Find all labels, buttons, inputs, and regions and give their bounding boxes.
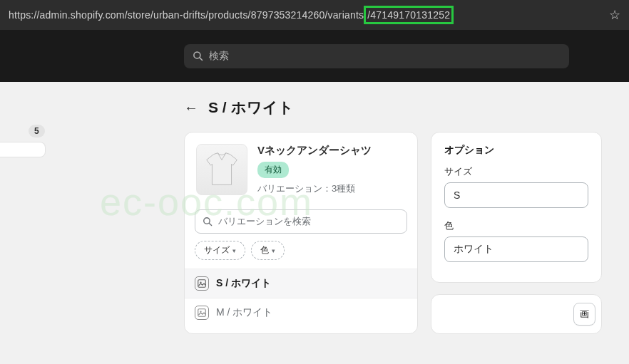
- product-name[interactable]: Vネックアンダーシャツ: [257, 144, 372, 157]
- color-label: 色: [444, 219, 588, 232]
- variation-count: バリエーション：3種類: [257, 182, 372, 195]
- product-info: Vネックアンダーシャツ 有効 バリエーション：3種類: [257, 144, 372, 195]
- back-arrow-icon[interactable]: ←: [184, 100, 198, 116]
- variant-label: S / ホワイト: [216, 277, 271, 290]
- cards-row: Vネックアンダーシャツ 有効 バリエーション：3種類 バリエーションを検索 サイ…: [184, 132, 629, 334]
- chip-label: 色: [260, 244, 269, 256]
- page-header: ← S / ホワイト: [184, 98, 629, 118]
- image-placeholder-icon: [195, 276, 209, 291]
- svg-line-3: [209, 223, 211, 225]
- options-title: オプション: [444, 144, 588, 157]
- image-placeholder-icon: [195, 306, 209, 320]
- svg-line-1: [200, 58, 202, 60]
- size-label: サイズ: [444, 165, 588, 178]
- media-button[interactable]: 画: [573, 303, 595, 326]
- filter-chip-color[interactable]: 色 ▾: [251, 241, 285, 260]
- svg-point-2: [204, 218, 210, 224]
- variant-search-placeholder: バリエーションを検索: [218, 215, 311, 228]
- url-text: https://admin.shopify.com/store/urban-dr…: [9, 9, 454, 21]
- search-icon: [193, 51, 203, 61]
- url-highlighted-id: /47149170131252: [364, 6, 454, 24]
- app-topbar: 検索: [0, 30, 629, 82]
- color-input[interactable]: [444, 236, 588, 262]
- chevron-down-icon: ▾: [232, 247, 236, 254]
- variants-card: Vネックアンダーシャツ 有効 バリエーション：3種類 バリエーションを検索 サイ…: [184, 132, 418, 334]
- product-thumbnail[interactable]: [196, 144, 247, 195]
- search-placeholder: 検索: [209, 50, 229, 63]
- browser-url-bar: https://admin.shopify.com/store/urban-dr…: [0, 0, 629, 30]
- size-input[interactable]: [444, 182, 588, 208]
- media-card: 画: [431, 294, 602, 334]
- url-prefix: https://admin.shopify.com/store/urban-dr…: [9, 9, 364, 21]
- status-badge: 有効: [257, 162, 289, 178]
- sidebar-count-badge: 5: [29, 125, 45, 137]
- variant-label: M / ホワイト: [216, 306, 272, 319]
- variant-row[interactable]: M / ホワイト: [185, 298, 417, 327]
- search-icon: [203, 217, 213, 227]
- filter-chip-size[interactable]: サイズ ▾: [195, 241, 245, 260]
- tshirt-icon: [200, 147, 244, 192]
- variant-row-active[interactable]: S / ホワイト: [185, 269, 417, 298]
- product-header: Vネックアンダーシャツ 有効 バリエーション：3種類: [185, 132, 417, 207]
- chip-label: サイズ: [204, 244, 230, 256]
- filter-chips: サイズ ▾ 色 ▾: [185, 241, 417, 269]
- options-card: オプション サイズ 色: [431, 132, 602, 283]
- left-sidebar: 5: [0, 82, 50, 157]
- right-column: オプション サイズ 色 画: [431, 132, 602, 334]
- bookmark-star-icon[interactable]: ☆: [609, 7, 620, 23]
- main-content: ← S / ホワイト Vネックアンダーシャツ 有効 バリエーション：3種類: [184, 82, 629, 334]
- global-search[interactable]: 検索: [184, 44, 569, 68]
- chevron-down-icon: ▾: [272, 247, 275, 254]
- variant-search-input[interactable]: バリエーションを検索: [195, 209, 407, 234]
- svg-point-0: [194, 52, 200, 58]
- sidebar-active-item[interactable]: [0, 142, 46, 157]
- page-title: S / ホワイト: [208, 98, 294, 118]
